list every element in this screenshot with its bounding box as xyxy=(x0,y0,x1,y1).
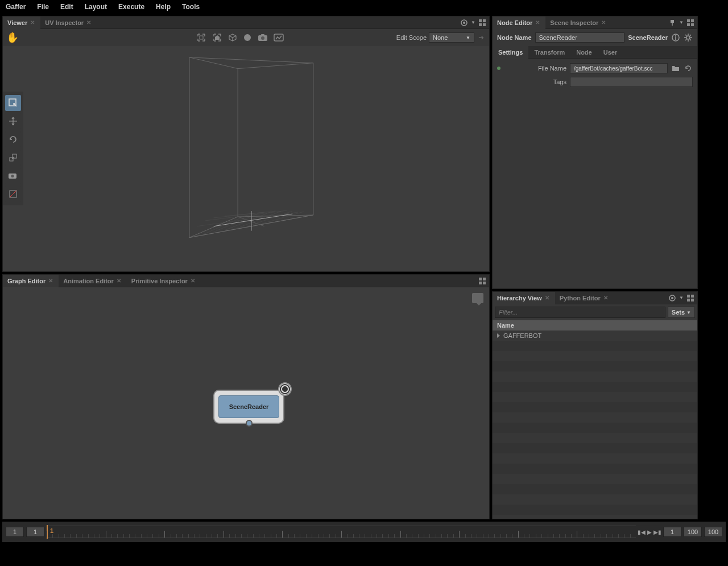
close-icon[interactable]: ✕ xyxy=(601,20,607,26)
select-tool[interactable] xyxy=(5,95,21,111)
expand-icon[interactable] xyxy=(196,32,206,43)
tab-label: Hierarchy View xyxy=(497,295,542,301)
arrow-right-icon[interactable]: ➜ xyxy=(477,33,486,42)
viewer-panel: Viewer ✕ UV Inspector ✕ ▼ xyxy=(2,16,490,272)
svg-rect-56 xyxy=(691,295,694,298)
folder-icon[interactable] xyxy=(671,64,680,73)
hierarchy-filter-input[interactable] xyxy=(495,307,665,318)
tab-scene-inspector[interactable]: Scene Inspector ✕ xyxy=(545,16,611,29)
timeline-end-frame[interactable] xyxy=(704,527,722,537)
close-icon[interactable]: ✕ xyxy=(48,278,54,284)
close-icon[interactable]: ✕ xyxy=(86,20,92,26)
camera-tool[interactable] xyxy=(5,168,21,184)
menu-gaffer[interactable]: Gaffer xyxy=(6,3,26,11)
timeline-track[interactable]: 1 xyxy=(47,526,636,538)
tab-primitive-inspector[interactable]: Primitive Inspector ✕ xyxy=(127,275,201,287)
skip-start-icon[interactable]: ▮◀ xyxy=(638,527,645,536)
svg-point-1 xyxy=(463,22,465,24)
menu-tools[interactable]: Tools xyxy=(182,3,200,11)
menu-layout[interactable]: Layout xyxy=(85,3,107,11)
crop-tool[interactable] xyxy=(5,186,21,202)
tab-uv-inspector[interactable]: UV Inspector ✕ xyxy=(40,16,97,29)
target-icon[interactable] xyxy=(460,18,469,27)
tab-label: Primitive Inspector xyxy=(131,278,188,284)
timeline-end-input[interactable] xyxy=(663,527,681,537)
chevron-down-icon[interactable]: ▼ xyxy=(679,295,684,300)
svg-rect-39 xyxy=(691,19,694,22)
viewport-3d[interactable] xyxy=(3,46,489,271)
scale-tool[interactable] xyxy=(5,150,21,166)
camera-icon[interactable] xyxy=(258,34,268,42)
menubar: Gaffer File Edit Layout Execute Help Too… xyxy=(0,0,728,14)
tab-python-editor[interactable]: Python Editor ✕ xyxy=(555,292,614,304)
node-output-port[interactable] xyxy=(246,420,253,427)
svg-rect-3 xyxy=(483,19,486,22)
play-icon[interactable]: ▶ xyxy=(646,527,653,536)
node-visibility-toggle[interactable] xyxy=(278,382,292,396)
subtab-user[interactable]: User xyxy=(598,46,623,59)
translate-tool[interactable] xyxy=(5,113,21,129)
svg-line-21 xyxy=(202,215,247,235)
sphere-icon[interactable] xyxy=(243,33,252,42)
svg-rect-6 xyxy=(200,36,203,39)
tags-input[interactable] xyxy=(570,77,693,87)
node-type-label: SceneReader xyxy=(628,34,668,41)
menu-file[interactable]: File xyxy=(37,3,49,11)
chevron-down-icon[interactable]: ▼ xyxy=(471,20,475,25)
rotate-tool[interactable] xyxy=(5,131,21,147)
layout-icon[interactable] xyxy=(478,18,487,27)
tab-node-editor[interactable]: Node Editor ✕ xyxy=(493,16,545,29)
subtab-node[interactable]: Node xyxy=(570,46,598,59)
tab-label: Scene Inspector xyxy=(550,19,598,26)
close-icon[interactable]: ✕ xyxy=(117,278,122,284)
target-icon[interactable] xyxy=(668,294,677,303)
edit-scope-dropdown[interactable]: None ▼ xyxy=(429,32,474,43)
menu-execute[interactable]: Execute xyxy=(118,3,144,11)
subtab-transform[interactable]: Transform xyxy=(528,46,570,59)
node-name-input[interactable] xyxy=(535,32,625,43)
subtab-settings[interactable]: Settings xyxy=(493,46,528,59)
expand-icon[interactable] xyxy=(497,333,500,338)
expand-scene-icon[interactable] xyxy=(212,32,222,43)
timeline-end-range[interactable] xyxy=(684,527,702,537)
pan-icon[interactable]: ✋ xyxy=(6,31,19,44)
chevron-down-icon: ▼ xyxy=(686,310,691,315)
menu-edit[interactable]: Edit xyxy=(60,3,73,11)
hierarchy-row[interactable]: GAFFERBOT xyxy=(493,330,697,341)
viewer-toolbar: ✋ Edit Scope None ▼ ➜ xyxy=(3,29,489,46)
tab-graph-editor[interactable]: Graph Editor ✕ xyxy=(3,275,59,287)
tab-animation-editor[interactable]: Animation Editor ✕ xyxy=(59,275,127,287)
bookmark-icon[interactable] xyxy=(472,293,483,303)
pin-icon[interactable] xyxy=(668,18,677,27)
layout-icon[interactable] xyxy=(478,276,487,286)
skip-end-icon[interactable]: ▶▮ xyxy=(654,527,661,536)
timeline-start-range[interactable] xyxy=(26,527,44,537)
node-scene-reader[interactable]: SceneReader xyxy=(213,390,284,424)
sets-dropdown[interactable]: Sets ▼ xyxy=(668,307,695,318)
tab-viewer[interactable]: Viewer ✕ xyxy=(3,16,40,29)
close-icon[interactable]: ✕ xyxy=(535,20,541,26)
reload-icon[interactable] xyxy=(684,64,693,73)
tab-hierarchy-view[interactable]: Hierarchy View ✕ xyxy=(493,292,555,304)
close-icon[interactable]: ✕ xyxy=(603,295,609,301)
info-icon[interactable]: i xyxy=(671,33,680,42)
svg-rect-10 xyxy=(261,34,264,36)
file-name-input[interactable] xyxy=(570,63,668,73)
gear-icon[interactable] xyxy=(684,33,693,42)
menu-help[interactable]: Help xyxy=(156,3,171,11)
layout-icon[interactable] xyxy=(686,18,695,27)
hierarchy-tab-bar: Hierarchy View ✕ Python Editor ✕ ▼ xyxy=(493,292,697,304)
close-icon[interactable]: ✕ xyxy=(30,20,36,26)
svg-marker-7 xyxy=(215,35,220,40)
graph-canvas[interactable]: SceneReader xyxy=(3,287,489,519)
svg-rect-35 xyxy=(479,282,482,284)
close-icon[interactable]: ✕ xyxy=(545,295,551,301)
tab-label: Graph Editor xyxy=(7,278,46,284)
close-icon[interactable]: ✕ xyxy=(191,278,196,284)
layout-icon[interactable] xyxy=(686,294,695,303)
svg-rect-2 xyxy=(479,19,482,22)
timeline-start-frame[interactable] xyxy=(6,527,24,537)
render-icon[interactable] xyxy=(274,34,284,42)
chevron-down-icon[interactable]: ▼ xyxy=(679,20,684,25)
cube-icon[interactable] xyxy=(228,33,237,42)
